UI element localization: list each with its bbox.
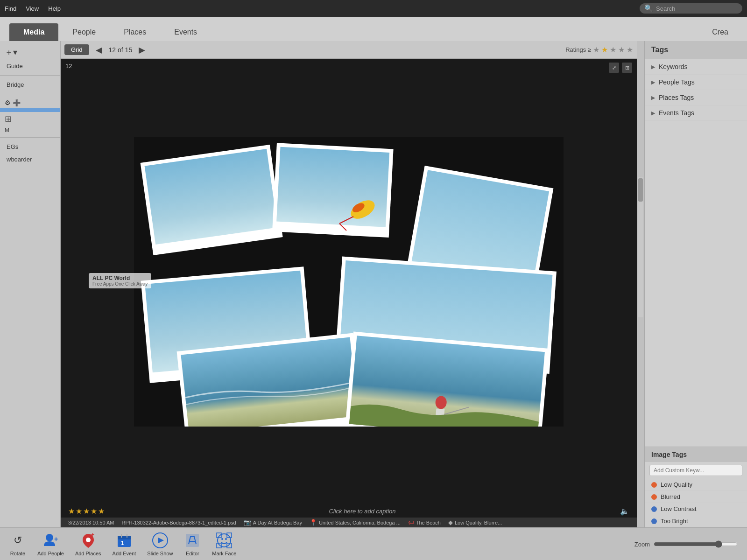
mark-face-tool[interactable]: Mark Face <box>212 532 236 556</box>
create-button[interactable]: Crea <box>703 23 738 41</box>
gear-icon: ⚙ <box>5 99 11 106</box>
caption-text[interactable]: Click here to add caption <box>329 508 395 515</box>
tag-item-too-bright: Too Bright <box>645 515 747 527</box>
watermark: ALL PC World Free Apps One Click Away <box>89 273 151 288</box>
sidebar-divider-3 <box>0 137 60 138</box>
date-time: 3/22/2013 10:50 AM <box>68 520 114 525</box>
sidebar-item-bridge[interactable]: Bridge <box>0 78 60 91</box>
star-3[interactable]: ★ <box>610 45 616 54</box>
keyword-arrow-icon: ▶ <box>651 64 655 70</box>
tag-section-events[interactable]: ▶ Events Tags <box>645 105 747 121</box>
left-sidebar: ＋▾ Guide Bridge ⚙ ➕ ⊞ M EGs wboarder <box>0 41 61 527</box>
places-tags-arrow-icon: ▶ <box>651 95 655 101</box>
add-people-tool[interactable]: + Add People <box>37 532 64 556</box>
star-5[interactable]: ★ <box>627 45 633 54</box>
menu-view[interactable]: View <box>26 5 39 12</box>
svg-point-38 <box>221 538 223 540</box>
tag-blurred-label: Blurred <box>661 493 680 500</box>
tag-item-low-quality: Low Quality <box>645 479 747 491</box>
country-tag: 📍 United States, California, Bodega ... <box>310 519 401 526</box>
tab-events[interactable]: Events <box>160 23 211 41</box>
tag-dot-orange-1 <box>651 482 657 488</box>
country-name: United States, California, Bodega ... <box>319 520 401 525</box>
star-4[interactable]: ★ <box>618 45 625 54</box>
custom-keyword-input[interactable] <box>649 465 742 476</box>
watermark-subtitle: Free Apps One Click Away <box>92 281 148 287</box>
beach-label: The Beach <box>416 520 441 525</box>
sidebar-divider <box>0 75 60 76</box>
zoom-slider[interactable] <box>654 540 738 548</box>
tag-item-low-contrast: Low Contrast <box>645 503 747 515</box>
sidebar-m-label: M <box>0 126 60 134</box>
sidebar-item-wboarder[interactable]: wboarder <box>0 153 60 166</box>
editor-tool[interactable]: Editor <box>184 532 201 556</box>
search-input[interactable] <box>656 5 738 12</box>
expand-button[interactable]: ⤢ <box>609 63 619 73</box>
rotate-icon: ↺ <box>9 532 26 549</box>
nav-prev-button[interactable]: ◀ <box>93 44 105 56</box>
nav-next-button[interactable]: ▶ <box>136 44 148 56</box>
menu-bar: Find View Help 🔍 <box>0 0 747 17</box>
zoom-button[interactable]: ⊞ <box>622 63 632 73</box>
add-places-tool[interactable]: + Add Places <box>75 532 101 556</box>
add-places-label: Add Places <box>75 551 101 556</box>
sidebar-divider-2 <box>0 94 60 94</box>
caption-star-1: ★ <box>68 507 75 516</box>
star-2[interactable]: ★ <box>601 45 608 54</box>
add-people-icon: + <box>42 532 59 549</box>
search-bar: 🔍 <box>640 3 742 14</box>
people-tags-arrow-icon: ▶ <box>651 79 655 85</box>
add-people-label: Add People <box>37 551 64 556</box>
people-tags-label: People Tags <box>659 78 695 86</box>
sidebar-selected-row[interactable] <box>0 108 60 112</box>
svg-point-37 <box>218 534 231 547</box>
search-icon: 🔍 <box>644 4 653 13</box>
editor-icon <box>184 532 201 549</box>
add-places-icon: + <box>80 532 97 549</box>
tab-places[interactable]: Places <box>110 23 160 41</box>
image-number: 12 <box>65 63 72 70</box>
tag-section-places[interactable]: ▶ Places Tags <box>645 90 747 105</box>
slideshow-tool[interactable]: Slide Show <box>147 532 173 556</box>
caption-star-3: ★ <box>83 507 90 516</box>
rotate-tool[interactable]: ↺ Rotate <box>9 532 26 556</box>
sidebar-item-egs[interactable]: EGs <box>0 140 60 153</box>
tab-people[interactable]: People <box>58 23 110 41</box>
slideshow-icon <box>152 532 169 549</box>
events-tags-arrow-icon: ▶ <box>651 110 655 116</box>
collage-svg <box>134 137 564 427</box>
tag-low-quality-label: Low Quality <box>661 481 692 488</box>
svg-text:+: + <box>54 535 58 543</box>
sidebar-item-guide[interactable]: Guide <box>0 60 60 72</box>
add-event-icon: 1 <box>116 532 133 549</box>
speaker-icon[interactable]: 🔈 <box>620 507 629 516</box>
tag-section-people[interactable]: ▶ People Tags <box>645 75 747 90</box>
menu-find[interactable]: Find <box>5 5 16 12</box>
sidebar-add-button[interactable]: ＋▾ <box>0 45 60 60</box>
tag-icon: 🏷 <box>408 519 414 526</box>
image-tags-header: Image Tags <box>645 447 747 462</box>
star-1[interactable]: ★ <box>593 45 599 54</box>
tag-section-keywords[interactable]: ▶ Keywords <box>645 59 747 75</box>
right-sidebar: Tags ▶ Keywords ▶ People Tags ▶ Places T… <box>644 41 747 527</box>
map-pin-icon: 📍 <box>310 519 317 526</box>
ratings-area: Ratings ≥ ★ ★ ★ ★ ★ <box>565 45 633 54</box>
add-event-tool[interactable]: 1 Add Event <box>113 532 136 556</box>
svg-marker-34 <box>158 538 164 543</box>
sidebar-gear-add[interactable]: ⚙ ➕ <box>0 97 60 108</box>
image-controls: ⤢ ⊞ <box>609 63 632 73</box>
grid-button[interactable]: Grid <box>64 44 89 55</box>
slideshow-label: Slide Show <box>147 551 173 556</box>
svg-text:+: + <box>91 532 94 538</box>
menu-help[interactable]: Help <box>48 5 61 12</box>
scrollbar-thumb[interactable] <box>638 178 643 202</box>
svg-text:1: 1 <box>121 540 124 546</box>
bottom-toolbar: ↺ Rotate + Add People + Add Places 1 Add… <box>0 527 747 560</box>
ratings-label: Ratings ≥ <box>565 46 591 53</box>
svg-point-26 <box>86 538 91 542</box>
main-layout: ＋▾ Guide Bridge ⚙ ➕ ⊞ M EGs wboarder Gri… <box>0 41 747 527</box>
tag-too-bright-label: Too Bright <box>661 518 688 525</box>
tab-media[interactable]: Media <box>9 23 58 41</box>
grid-icon: ⊞ <box>5 114 12 124</box>
image-toolbar: Grid ◀ 12 of 15 ▶ Ratings ≥ ★ ★ ★ ★ ★ <box>61 41 637 59</box>
